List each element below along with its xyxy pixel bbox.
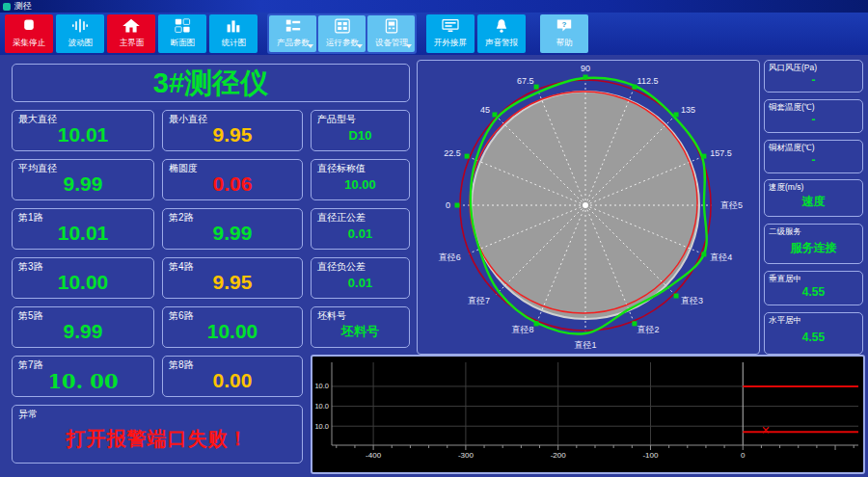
field-value: - xyxy=(765,61,862,92)
cross-section-chart: 90112.5135157.5直径5直径4直径3直径2直径1直径8直径7直径60… xyxy=(418,61,759,354)
toolbar-button-ext-screen[interactable]: 开外接屏 xyxy=(426,14,475,53)
polar-label: 90 xyxy=(581,64,590,73)
polar-center xyxy=(583,202,588,208)
field-channel-2: 第2路 9.99 xyxy=(162,208,303,250)
field-channel-7: 第7路 10. 00 xyxy=(12,356,154,397)
polar-label: 直径6 xyxy=(439,252,461,262)
field-copper-material-temp: 铜材温度(℃) - xyxy=(764,140,863,173)
toolbar-button-label: 声音警报 xyxy=(485,37,518,48)
toolbar-params-group: 产品参数 运行参数 设备管理 xyxy=(267,13,417,54)
stop-icon xyxy=(19,18,39,34)
toolbar-button-label: 断面图 xyxy=(170,37,195,48)
field-plus-tolerance: 直径正公差 0.01 xyxy=(311,208,410,250)
bar-chart-icon xyxy=(224,18,243,34)
field-value: 0.00 xyxy=(163,357,302,396)
profile-marker xyxy=(701,154,706,159)
field-value: 坯料号 xyxy=(312,307,409,347)
polar-label: 157.5 xyxy=(710,148,732,158)
device-title: 3#测径仪 xyxy=(13,65,409,101)
field-value: - xyxy=(765,100,862,132)
field-value: 4.55 xyxy=(765,313,862,354)
toolbar-button-help[interactable]: ? 帮助 xyxy=(540,14,588,53)
toolbar-button-label: 运行参数 xyxy=(325,37,358,48)
toolbar-button-stats-chart[interactable]: 统计图 xyxy=(209,14,258,53)
field-secondary-service: 二级服务 服务连接 xyxy=(764,224,863,264)
toolbar-button-label: 波动图 xyxy=(68,37,93,48)
device-title-box: 3#测径仪 xyxy=(12,64,410,102)
profile-marker xyxy=(465,154,470,159)
polar-label: 22.5 xyxy=(444,148,461,158)
toolbar-button-sound-alarm[interactable]: 声音警报 xyxy=(477,14,526,53)
polar-label: 直径2 xyxy=(637,325,660,334)
field-horizontal-center: 水平居中 4.55 xyxy=(764,312,863,355)
field-channel-3: 第3路 10.00 xyxy=(12,257,154,299)
field-minus-tolerance: 直径负公差 0.01 xyxy=(311,257,410,299)
profile-marker xyxy=(674,112,679,117)
polar-label: 直径3 xyxy=(681,296,703,305)
toolbar-button-label: 产品参数 xyxy=(276,37,309,48)
field-vertical-center: 垂直居中 4.55 xyxy=(764,271,863,305)
field-avg-diameter: 平均直径 9.99 xyxy=(12,159,154,200)
field-value: 4.55 xyxy=(765,272,862,305)
field-value: 0.01 xyxy=(312,209,409,249)
field-alert: 异常 打开报警端口失败！ xyxy=(12,405,303,464)
trend-chart: 10.010.010.0-400-300-200-1000 xyxy=(312,357,863,472)
field-ovality: 椭圆度 0.06 xyxy=(162,159,303,200)
field-nominal-diameter: 直径标称值 10.00 xyxy=(311,159,410,200)
field-value: 9.99 xyxy=(13,160,153,199)
field-speed: 速度(m/s) 速度 xyxy=(764,179,863,217)
svg-text:?: ? xyxy=(562,20,567,29)
toolbar: 采集停止 波动图 主界面 断面图 统计图 产品参数 xyxy=(0,13,868,55)
field-channel-1: 第1路 10.01 xyxy=(12,208,154,250)
list-icon xyxy=(284,18,303,34)
toolbar-button-run-params[interactable]: 运行参数 xyxy=(318,15,366,52)
field-value: 10.00 xyxy=(13,258,153,298)
field-value: 9.99 xyxy=(163,209,302,249)
polar-label: 112.5 xyxy=(637,76,659,86)
field-value: 10.00 xyxy=(163,307,302,347)
trend-panel: 10.010.010.0-400-300-200-1000 xyxy=(311,355,865,474)
field-value: - xyxy=(765,141,862,172)
trend-x-label: -300 xyxy=(458,451,475,460)
field-value: 10. 00 xyxy=(13,357,153,396)
trend-y-label: 10.0 xyxy=(314,382,329,390)
toolbar-button-collect-stop[interactable]: 采集停止 xyxy=(5,14,53,53)
toolbar-button-label: 统计图 xyxy=(221,37,246,48)
trend-x-label: -400 xyxy=(366,451,382,460)
device-icon xyxy=(382,18,401,34)
trend-y-label: 10.0 xyxy=(314,402,329,411)
polar-label: 0 xyxy=(446,200,450,210)
field-value: 0.06 xyxy=(163,160,302,199)
trend-y-label: 10.0 xyxy=(314,422,329,431)
grid-squares-icon xyxy=(173,18,192,34)
polar-label: 135 xyxy=(681,105,695,115)
profile-marker xyxy=(583,75,588,80)
help-icon: ? xyxy=(555,18,574,34)
chevron-down-icon xyxy=(406,44,412,48)
field-max-diameter: 最大直径 10.01 xyxy=(12,110,154,151)
toolbar-button-wave-chart[interactable]: 波动图 xyxy=(56,14,104,53)
toolbar-button-device-mgmt[interactable]: 设备管理 xyxy=(367,15,415,52)
toolbar-button-section-chart[interactable]: 断面图 xyxy=(158,14,206,53)
monitor-icon xyxy=(441,18,460,34)
profile-marker xyxy=(701,252,706,256)
bell-icon xyxy=(492,18,511,34)
field-value: 9.95 xyxy=(163,111,302,150)
keypad-icon xyxy=(333,18,352,34)
field-billet-no: 坯料号 坯料号 xyxy=(311,306,410,348)
profile-marker xyxy=(492,112,497,117)
cross-section-panel: 90112.5135157.5直径5直径4直径3直径2直径1直径8直径7直径60… xyxy=(417,60,760,355)
toolbar-button-product-params[interactable]: 产品参数 xyxy=(269,15,316,52)
field-value: 服务连接 xyxy=(765,225,862,263)
field-air-pressure: 风口风压(Pa) - xyxy=(764,60,863,93)
profile-marker xyxy=(534,85,539,90)
trend-x-label: -100 xyxy=(642,451,659,460)
field-channel-4: 第4路 9.95 xyxy=(162,257,303,299)
toolbar-button-main-screen[interactable]: 主界面 xyxy=(107,14,155,53)
field-value: 10.01 xyxy=(13,111,153,150)
field-copper-sleeve-temp: 铜套温度(℃) - xyxy=(764,99,863,133)
app-icon xyxy=(3,3,11,11)
field-value: 10.01 xyxy=(13,209,153,249)
polar-label: 直径4 xyxy=(710,252,732,262)
polar-label: 直径1 xyxy=(574,340,596,350)
